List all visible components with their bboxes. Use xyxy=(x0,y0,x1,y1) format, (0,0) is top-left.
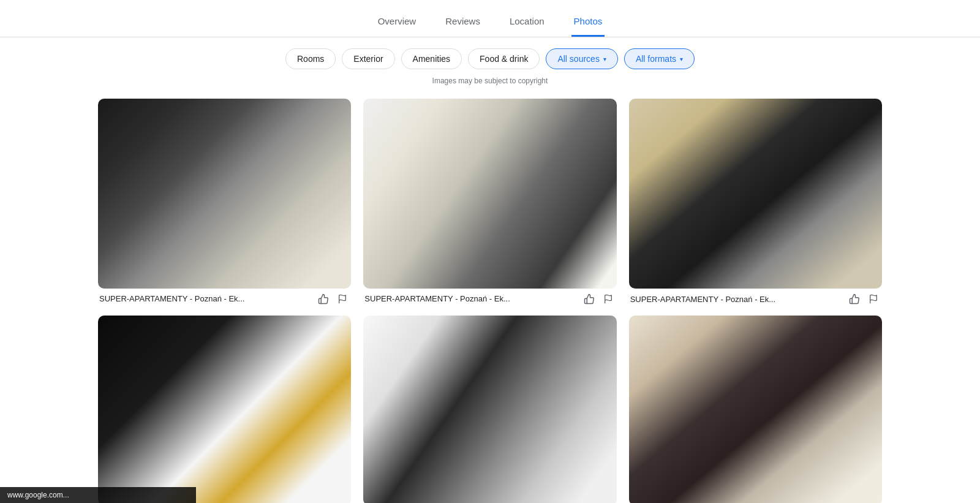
copyright-note: Images may be subject to copyright xyxy=(0,74,980,94)
filter-chip-amenities[interactable]: Amenities xyxy=(401,48,462,69)
photo-image-photo-6[interactable] xyxy=(629,316,882,503)
tab-location[interactable]: Location xyxy=(507,10,547,37)
chip-label-all-sources: All sources xyxy=(557,54,599,64)
bottom-bar: www.google.com... xyxy=(0,487,196,503)
photo-cell-photo-5: SUPER-APARTAMENTY - Poznań - Ek... xyxy=(357,311,622,503)
photo-caption-text-photo-1: SUPER-APARTAMENTY - Poznań - Ek... xyxy=(99,294,312,303)
filter-chip-rooms[interactable]: Rooms xyxy=(285,48,336,69)
photo-caption-row-photo-2: SUPER-APARTAMENTY - Poznań - Ek... xyxy=(363,289,616,308)
flag-button-photo-1[interactable] xyxy=(335,293,350,305)
photo-cell-photo-2: SUPER-APARTAMENTY - Poznań - Ek... xyxy=(357,94,622,311)
filter-chip-all-formats[interactable]: All formats▾ xyxy=(624,48,695,69)
photo-image-photo-3[interactable] xyxy=(629,99,882,289)
photo-cell-photo-4: SUPER-APARTAMENTY - Poznań - Ek... xyxy=(92,311,357,503)
nav-tabs: OverviewReviewsLocationPhotos xyxy=(0,0,980,37)
filter-chip-all-sources[interactable]: All sources▾ xyxy=(546,48,617,69)
chevron-down-icon: ▾ xyxy=(603,56,606,62)
flag-button-photo-2[interactable] xyxy=(601,293,616,305)
photo-caption-row-photo-3: SUPER-APARTAMENTY - Poznań - Ek... xyxy=(629,289,882,308)
flag-button-photo-3[interactable] xyxy=(866,293,881,305)
photo-image-photo-2[interactable] xyxy=(363,99,616,289)
like-button-photo-3[interactable] xyxy=(846,292,862,306)
photo-image-photo-1[interactable] xyxy=(98,99,351,289)
filter-bar: RoomsExteriorAmenitiesFood & drinkAll so… xyxy=(0,37,980,74)
photo-cell-photo-6: SUPER-APARTAMENTY - Poznań - Ek... xyxy=(623,311,888,503)
chip-label-all-formats: All formats xyxy=(636,54,676,64)
photo-cell-photo-3: SUPER-APARTAMENTY - Poznań - Ek... xyxy=(623,94,888,311)
filter-chip-food-drink[interactable]: Food & drink xyxy=(468,48,540,69)
photo-grid: SUPER-APARTAMENTY - Poznań - Ek...SUPER-… xyxy=(80,94,900,503)
photo-image-photo-4[interactable] xyxy=(98,316,351,503)
tab-overview[interactable]: Overview xyxy=(375,10,419,37)
filter-chip-exterior[interactable]: Exterior xyxy=(342,48,394,69)
bottom-url: www.google.com... xyxy=(7,491,69,499)
like-button-photo-1[interactable] xyxy=(315,292,331,306)
photo-caption-text-photo-2: SUPER-APARTAMENTY - Poznań - Ek... xyxy=(364,294,577,303)
photo-image-photo-5[interactable] xyxy=(363,316,616,503)
photo-cell-photo-1: SUPER-APARTAMENTY - Poznań - Ek... xyxy=(92,94,357,311)
tab-photos[interactable]: Photos xyxy=(571,10,605,37)
tab-reviews[interactable]: Reviews xyxy=(443,10,483,37)
photo-caption-row-photo-1: SUPER-APARTAMENTY - Poznań - Ek... xyxy=(98,289,351,308)
photo-caption-text-photo-3: SUPER-APARTAMENTY - Poznań - Ek... xyxy=(630,295,843,304)
chevron-down-icon: ▾ xyxy=(680,56,683,62)
like-button-photo-2[interactable] xyxy=(581,292,597,306)
